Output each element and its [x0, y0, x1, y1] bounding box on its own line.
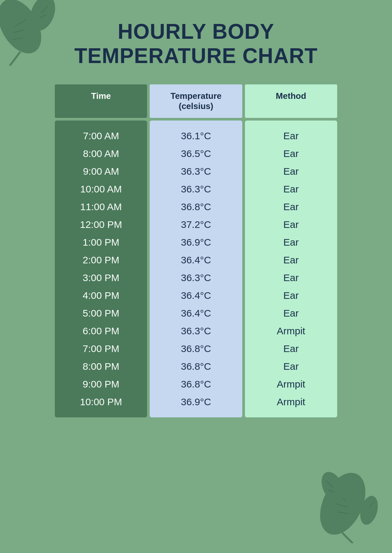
table-row: 9:00 PM: [58, 375, 144, 393]
table-row: 36.4°C: [153, 251, 239, 269]
table-row: Ear: [248, 198, 334, 216]
table-row: 36.3°C: [153, 180, 239, 198]
temperature-column: 36.1°C36.5°C36.3°C36.3°C36.8°C37.2°C36.9…: [150, 121, 242, 417]
table-row: Armpit: [248, 322, 334, 340]
table-row: 7:00 AM: [58, 127, 144, 145]
table-row: Ear: [248, 287, 334, 304]
table-row: 7:00 PM: [58, 340, 144, 358]
table-row: 6:00 PM: [58, 322, 144, 340]
table-row: 12:00 PM: [58, 216, 144, 233]
table-row: 10:00 PM: [58, 393, 144, 411]
table-row: 36.3°C: [153, 322, 239, 340]
table-row: Ear: [248, 340, 334, 358]
table-row: 36.8°C: [153, 358, 239, 375]
table-row: 36.3°C: [153, 269, 239, 287]
leaf-bottom-right-decoration: [316, 471, 382, 543]
table-row: 9:00 AM: [58, 163, 144, 180]
svg-line-9: [343, 533, 353, 543]
table-row: 36.5°C: [153, 145, 239, 163]
table-row: Ear: [248, 163, 334, 180]
table-data-section: 7:00 AM8:00 AM9:00 AM10:00 AM11:00 AM12:…: [55, 121, 337, 417]
table-row: 8:00 PM: [58, 358, 144, 375]
table-row: Ear: [248, 145, 334, 163]
table-header-row: Time Temperature(celsius) Method: [55, 84, 337, 118]
table-row: Ear: [248, 233, 334, 251]
table-row: 36.8°C: [153, 198, 239, 216]
table-row: 36.1°C: [153, 127, 239, 145]
header-temperature: Temperature(celsius): [150, 84, 242, 118]
table-row: 36.4°C: [153, 287, 239, 304]
table-row: 36.8°C: [153, 375, 239, 393]
table-row: 10:00 AM: [58, 180, 144, 198]
table-row: 2:00 PM: [58, 251, 144, 269]
header-time: Time: [55, 84, 147, 118]
table-row: Armpit: [248, 375, 334, 393]
table-row: Ear: [248, 269, 334, 287]
table-row: 11:00 AM: [58, 198, 144, 216]
table-row: 36.9°C: [153, 233, 239, 251]
chart-container: Time Temperature(celsius) Method 7:00 AM…: [55, 84, 337, 417]
table-row: 4:00 PM: [58, 287, 144, 304]
table-row: 1:00 PM: [58, 233, 144, 251]
svg-line-1: [10, 53, 20, 66]
table-row: Armpit: [248, 393, 334, 411]
table-row: 8:00 AM: [58, 145, 144, 163]
table-row: Ear: [248, 304, 334, 322]
table-row: Ear: [248, 216, 334, 233]
page-title: HOURLY BODY TEMPERATURE CHART: [74, 20, 317, 68]
table-row: Ear: [248, 180, 334, 198]
leaf-top-left-decoration: [0, 0, 59, 66]
table-row: 37.2°C: [153, 216, 239, 233]
table-row: 36.9°C: [153, 393, 239, 411]
table-row: 3:00 PM: [58, 269, 144, 287]
method-column: EarEarEarEarEarEarEarEarEarEarEarArmpitE…: [245, 121, 337, 417]
header-method: Method: [245, 84, 337, 118]
table-row: 36.3°C: [153, 163, 239, 180]
table-row: 36.4°C: [153, 304, 239, 322]
table-row: Ear: [248, 358, 334, 375]
time-column: 7:00 AM8:00 AM9:00 AM10:00 AM11:00 AM12:…: [55, 121, 147, 417]
table-row: Ear: [248, 127, 334, 145]
table-row: 5:00 PM: [58, 304, 144, 322]
table-row: 36.8°C: [153, 340, 239, 358]
table-row: Ear: [248, 251, 334, 269]
